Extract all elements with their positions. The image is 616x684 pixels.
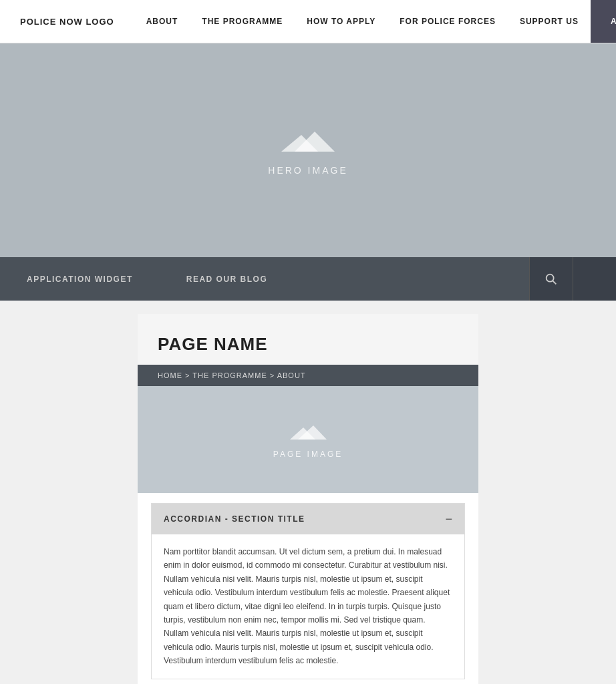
nav-support-us[interactable]: SUPPORT US (508, 0, 591, 43)
accordion-body-1: Nam porttitor blandit accumsan. Ut vel d… (152, 534, 464, 679)
toolbar-left: APPLICATION WIDGET READ OUR BLOG (0, 257, 529, 301)
apply-now-button[interactable]: APPLY NOW (591, 0, 616, 43)
toolbar-extra (573, 257, 616, 301)
nav: ABOUT THE PROGRAMME HOW TO APPLY FOR POL… (134, 0, 591, 43)
logo: POLICE NOW LOGO (0, 17, 134, 27)
toolbar-read-blog[interactable]: READ OUR BLOG (160, 257, 295, 301)
content-box: PAGE NAME HOME > THE PROGRAMME > ABOUT P… (138, 314, 478, 684)
breadcrumb: HOME > THE PROGRAMME > ABOUT (138, 365, 478, 386)
hero-mountain-icon (281, 125, 335, 158)
nav-about[interactable]: ABOUT (134, 0, 190, 43)
toolbar-search-button[interactable] (529, 257, 573, 301)
accordion-toggle-1: − (445, 513, 452, 525)
page-image: PAGE IMAGE (138, 386, 478, 493)
accordion-item-1: ACCORDIAN - SECTION TITLE − Nam porttito… (151, 503, 465, 679)
accordion-title-1: ACCORDIAN - SECTION TITLE (164, 514, 305, 524)
toolbar-application-widget[interactable]: APPLICATION WIDGET (0, 257, 160, 301)
nav-how-to-apply[interactable]: HOW TO APPLY (295, 0, 388, 43)
accordion-container: ACCORDIAN - SECTION TITLE − Nam porttito… (138, 493, 478, 684)
nav-police-forces[interactable]: FOR POLICE FORCES (388, 0, 508, 43)
hero-section: HERO IMAGE (0, 43, 616, 257)
page-image-label: PAGE IMAGE (273, 450, 343, 459)
hero-label: HERO IMAGE (268, 165, 347, 176)
nav-programme[interactable]: THE PROGRAMME (190, 0, 295, 43)
main-content: PAGE NAME HOME > THE PROGRAMME > ABOUT P… (0, 301, 616, 684)
search-icon (544, 272, 559, 287)
page-image-mountain-icon (290, 421, 327, 444)
accordion-header-1[interactable]: ACCORDIAN - SECTION TITLE − (152, 504, 464, 534)
svg-point-2 (547, 274, 554, 281)
svg-line-3 (553, 281, 556, 284)
header: POLICE NOW LOGO ABOUT THE PROGRAMME HOW … (0, 0, 616, 43)
page-title: PAGE NAME (138, 314, 478, 365)
toolbar: APPLICATION WIDGET READ OUR BLOG (0, 257, 616, 301)
